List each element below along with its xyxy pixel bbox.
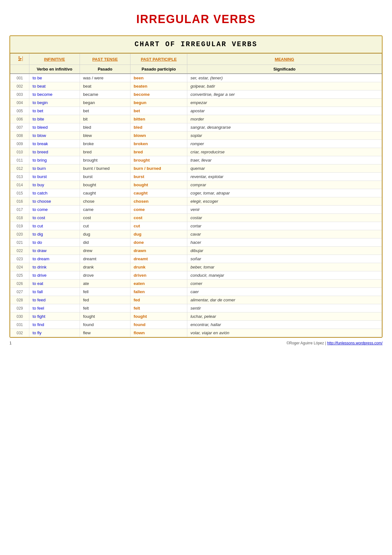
cell-pp: been <box>130 74 187 82</box>
header-meaning-sub: Significado <box>187 65 382 74</box>
cell-past: flew <box>80 329 130 337</box>
cell-past: blew <box>80 132 130 140</box>
cell-number: 005 <box>10 107 29 115</box>
cell-meaning: venir <box>187 206 382 214</box>
cell-past: cost <box>80 214 130 222</box>
cell-past: began <box>80 99 130 107</box>
table-row: 026to eatateeatencomer <box>10 280 382 288</box>
cell-meaning: cortar <box>187 222 382 230</box>
cell-infinitive: to do <box>29 238 80 247</box>
cell-pp: done <box>130 238 187 247</box>
cell-infinitive: to bite <box>29 115 80 123</box>
table-row: 030to fightfoughtfoughtluchar, pelear <box>10 312 382 321</box>
header-meaning: MEANING <box>187 54 382 65</box>
cell-past: ate <box>80 280 130 288</box>
cell-number: 003 <box>10 90 29 99</box>
table-row: 014to buyboughtboughtcomprar <box>10 181 382 189</box>
cell-pp: driven <box>130 271 187 280</box>
cell-meaning: volar, viajar en avión <box>187 329 382 337</box>
cell-infinitive: to buy <box>29 181 80 189</box>
cell-meaning: beber, tomar <box>187 263 382 271</box>
table-row: 012to burnburnt / burnedburn / burnedque… <box>10 164 382 173</box>
cell-past: bit <box>80 115 130 123</box>
cell-meaning: dibujar <box>187 247 382 255</box>
cell-pp: chosen <box>130 197 187 206</box>
cell-number: 023 <box>10 255 29 263</box>
cell-pp: become <box>130 90 187 99</box>
cell-infinitive: to dream <box>29 255 80 263</box>
table-row: 007to bleedbledbledsangrar, desangrarse <box>10 123 382 132</box>
cell-pp: cost <box>130 214 187 222</box>
cell-infinitive: to bleed <box>29 123 80 132</box>
cell-meaning: soplar <box>187 132 382 140</box>
cell-infinitive: to bring <box>29 156 80 164</box>
cell-past: fed <box>80 296 130 304</box>
irregular-verbs-table: Nº INFINITIVE PAST TENSE PAST PARTICIPLE… <box>10 53 382 337</box>
cell-infinitive: to come <box>29 206 80 214</box>
cell-meaning: empezar <box>187 99 382 107</box>
table-row: 004to beginbeganbegunempezar <box>10 99 382 107</box>
cell-number: 001 <box>10 74 29 82</box>
cell-infinitive: to drink <box>29 263 80 271</box>
cell-meaning: cavar <box>187 230 382 238</box>
cell-meaning: elegir, escoger <box>187 197 382 206</box>
cell-number: 008 <box>10 132 29 140</box>
cell-past: drew <box>80 247 130 255</box>
cell-pp: flown <box>130 329 187 337</box>
cell-past: fought <box>80 312 130 321</box>
cell-meaning: comprar <box>187 181 382 189</box>
table-row: 020to digdugdugcavar <box>10 230 382 238</box>
cell-meaning: golpear, batir <box>187 82 382 90</box>
cell-number: 007 <box>10 123 29 132</box>
cell-number: 022 <box>10 247 29 255</box>
cell-pp: dreamt <box>130 255 187 263</box>
table-row: 028to feedfedfedalimentar, dar de comer <box>10 296 382 304</box>
cell-infinitive: to catch <box>29 189 80 197</box>
cell-pp: dug <box>130 230 187 238</box>
cell-infinitive: to fly <box>29 329 80 337</box>
cell-meaning: quemar <box>187 164 382 173</box>
table-row: 002to beatbeatbeatengolpear, batir <box>10 82 382 90</box>
header-pp-sub: Pasado participio <box>130 65 187 74</box>
table-row: 011to bringbroughtbroughttraer, llevar <box>10 156 382 164</box>
cell-meaning: hacer <box>187 238 382 247</box>
cell-meaning: comer <box>187 280 382 288</box>
table-row: 010to breedbredbredcriar, reproducirse <box>10 148 382 156</box>
cell-pp: bred <box>130 148 187 156</box>
cell-infinitive: to draw <box>29 247 80 255</box>
cell-pp: bled <box>130 123 187 132</box>
cell-past: fell <box>80 288 130 296</box>
header-infinitive-sub: Verbo en infinitivo <box>29 65 80 74</box>
table-row: 006to bitebitbittenmorder <box>10 115 382 123</box>
footer-credit: ©Roger Aguirre López | http://funlessons… <box>286 341 383 345</box>
cell-number: 019 <box>10 222 29 230</box>
cell-number: 014 <box>10 181 29 189</box>
cell-pp: drunk <box>130 263 187 271</box>
cell-pp: burn / burned <box>130 164 187 173</box>
cell-past: did <box>80 238 130 247</box>
cell-number: 006 <box>10 115 29 123</box>
cell-infinitive: to eat <box>29 280 80 288</box>
cell-infinitive: to feel <box>29 304 80 312</box>
cell-meaning: costar <box>187 214 382 222</box>
header-past-participle: PAST PARTICIPLE <box>130 54 187 65</box>
cell-infinitive: to break <box>29 140 80 148</box>
cell-number: 025 <box>10 271 29 280</box>
table-row: 031to findfoundfoundencontrar, hallar <box>10 321 382 329</box>
cell-pp: blown <box>130 132 187 140</box>
footer-link[interactable]: http://funlessons.wordpress.com/ <box>327 341 383 345</box>
table-row: 015to catchcaughtcaughtcoger, tomar, atr… <box>10 189 382 197</box>
table-row: 019to cutcutcutcortar <box>10 222 382 230</box>
cell-meaning: ser, estar, (tener) <box>187 74 382 82</box>
table-row: 013to burstburstburstreventar, explotar <box>10 173 382 181</box>
cell-pp: caught <box>130 189 187 197</box>
table-row: 009to breakbrokebrokenromper <box>10 140 382 148</box>
table-row: 032to flyflewflownvolar, viajar en avión <box>10 329 382 337</box>
cell-infinitive: to blow <box>29 132 80 140</box>
cell-infinitive: to be <box>29 74 80 82</box>
cell-number: 018 <box>10 214 29 222</box>
cell-past: drank <box>80 263 130 271</box>
cell-pp: beaten <box>130 82 187 90</box>
cell-meaning: caer <box>187 288 382 296</box>
cell-pp: fought <box>130 312 187 321</box>
